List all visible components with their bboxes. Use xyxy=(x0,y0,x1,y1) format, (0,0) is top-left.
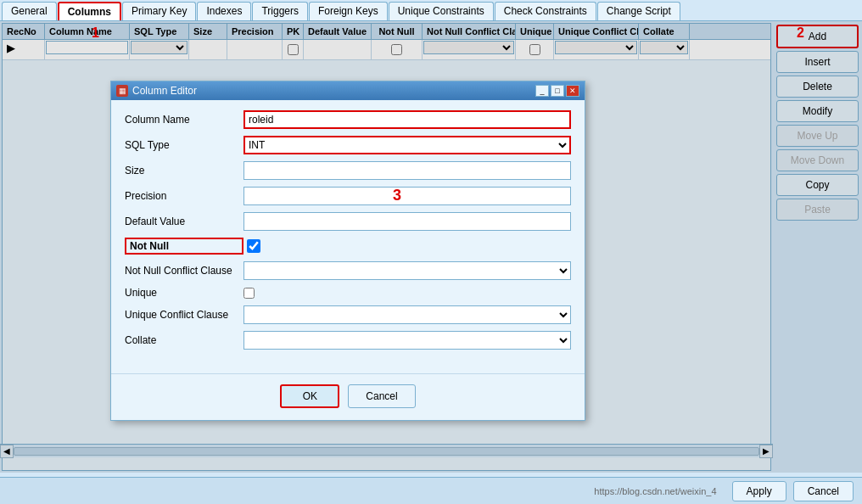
watermark-text: https://blog.csdn.net/weixin_4 xyxy=(594,486,716,496)
label-default: Default Value xyxy=(125,216,243,227)
modal-footer: OK Cancel xyxy=(111,373,585,420)
modal-overlay: ▦ Column Editor _ □ ✕ Column Name xyxy=(0,21,862,473)
label-unique: Unique xyxy=(125,287,243,299)
tab-primary-key[interactable]: Primary Key xyxy=(122,2,196,20)
modal-body: Column Name SQL Type INT TEXT REAL BLOB … xyxy=(111,100,585,367)
form-row-unique: Unique xyxy=(125,287,571,299)
maximize-button[interactable]: □ xyxy=(551,85,564,97)
tab-bar: General Columns Primary Key Indexes Trig… xyxy=(0,0,862,21)
modal-uniquecc-select[interactable]: ROLLBACK ABORT FAIL IGNORE REPLACE xyxy=(243,305,571,324)
label-notnull: Not Null xyxy=(125,238,243,255)
modal-notnull-checkbox[interactable] xyxy=(247,239,260,253)
form-row-uniquecc: Unique Conflict Clause ROLLBACK ABORT FA… xyxy=(125,305,571,324)
tab-unique-constraints[interactable]: Unique Constraints xyxy=(389,2,494,20)
tab-indexes[interactable]: Indexes xyxy=(197,2,251,20)
modal-size-input[interactable] xyxy=(243,161,571,180)
modal-notnullcc-select[interactable]: ROLLBACK ABORT FAIL IGNORE REPLACE xyxy=(243,261,571,280)
modal-icon: ▦ xyxy=(116,85,128,97)
modal-sqltype-select[interactable]: INT TEXT REAL BLOB NUMERIC xyxy=(243,136,571,154)
modal-controls: _ □ ✕ xyxy=(535,85,579,97)
modal-title: Column Editor xyxy=(132,85,197,97)
form-row-collate: Collate BINARY NOCASE RTRIM xyxy=(125,331,571,350)
modal-unique-checkbox[interactable] xyxy=(243,288,255,299)
close-button[interactable]: ✕ xyxy=(566,85,579,97)
form-row-size: Size xyxy=(125,161,571,180)
form-row-colname: Column Name xyxy=(125,110,571,129)
modal-titlebar: ▦ Column Editor _ □ ✕ xyxy=(111,81,585,100)
label-notnullcc: Not Null Conflict Clause xyxy=(125,265,243,277)
label-collate: Collate xyxy=(125,334,243,346)
modal-title-left: ▦ Column Editor xyxy=(116,85,197,97)
minimize-button[interactable]: _ xyxy=(535,85,549,97)
bottom-bar: https://blog.csdn.net/weixin_4 Apply Can… xyxy=(0,477,862,504)
form-row-precision: Precision 3 xyxy=(125,187,571,205)
modal-precision-input[interactable] xyxy=(243,187,571,205)
cancel-button[interactable]: Cancel xyxy=(793,481,854,501)
tab-foreign-keys[interactable]: Foreign Keys xyxy=(309,2,388,20)
modal-colname-input[interactable] xyxy=(243,110,571,129)
label-uniquecc: Unique Conflict Clause xyxy=(125,309,243,321)
apply-button[interactable]: Apply xyxy=(732,481,786,501)
form-row-default: Default Value xyxy=(125,212,571,231)
form-row-notnullcc: Not Null Conflict Clause ROLLBACK ABORT … xyxy=(125,261,571,280)
label-precision: Precision xyxy=(125,190,243,202)
ok-button[interactable]: OK xyxy=(280,384,339,408)
modal-default-input[interactable] xyxy=(243,212,571,231)
form-row-notnull: Not Null xyxy=(125,238,571,255)
label-colname: Column Name xyxy=(125,114,243,126)
tab-columns[interactable]: Columns xyxy=(58,2,121,20)
label-size: Size xyxy=(125,165,243,176)
form-row-sqltype: SQL Type INT TEXT REAL BLOB NUMERIC xyxy=(125,136,571,154)
label-sqltype: SQL Type xyxy=(125,139,243,151)
tab-triggers[interactable]: Triggers xyxy=(252,2,308,20)
modal-collate-select[interactable]: BINARY NOCASE RTRIM xyxy=(243,331,571,350)
tab-general[interactable]: General xyxy=(2,2,57,20)
tab-check-constraints[interactable]: Check Constraints xyxy=(495,2,596,20)
cancel-modal-button[interactable]: Cancel xyxy=(348,384,415,408)
tab-change-script[interactable]: Change Script xyxy=(597,2,680,20)
column-editor-modal: ▦ Column Editor _ □ ✕ Column Name xyxy=(110,81,585,421)
